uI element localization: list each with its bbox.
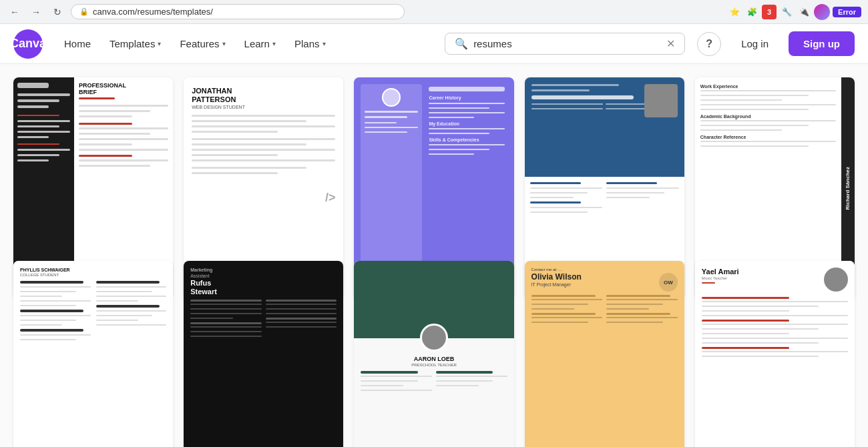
search-icon: 🔍 (455, 37, 468, 50)
canva-logo[interactable]: Canva (13, 29, 43, 59)
template-card-8[interactable]: AARON LOEB PRESCHOOL TEACHER (354, 261, 513, 447)
signup-button[interactable]: Sign up (789, 31, 855, 56)
plans-chevron: ▾ (322, 40, 326, 47)
profile-avatar[interactable] (814, 4, 830, 20)
ext-icon-2[interactable]: 🔧 (779, 5, 794, 19)
ext-star-icon[interactable]: ⭐ (727, 5, 742, 19)
url-text: canva.com/resumes/templates/ (93, 7, 213, 17)
search-bar[interactable]: 🔍 ✕ (445, 33, 685, 55)
nav-home[interactable]: Home (55, 24, 100, 64)
features-chevron: ▾ (222, 40, 226, 47)
template-card-6[interactable]: PHYLLIS SCHWAIGER COLLEGE STUDENT (13, 261, 173, 447)
help-button[interactable]: ? (697, 32, 721, 56)
nav-right: ? Log in Sign up (697, 31, 855, 56)
nav-plans[interactable]: Plans ▾ (285, 24, 335, 64)
templates-chevron: ▾ (158, 40, 161, 47)
ext-3-badge[interactable]: 3 (762, 5, 777, 19)
template-card-10[interactable]: Yael Amari Music Teacher (695, 261, 855, 447)
ext-icon-3[interactable]: 🔌 (797, 5, 811, 19)
login-button[interactable]: Log in (729, 33, 781, 55)
logo-text: Canva (10, 37, 46, 51)
nav-features[interactable]: Features ▾ (170, 24, 234, 64)
nav-templates[interactable]: Templates ▾ (100, 24, 170, 64)
navbar: Canva Home Templates ▾ Features ▾ Learn … (0, 24, 868, 64)
forward-button[interactable]: → (28, 4, 44, 20)
template-card-7[interactable]: Marketing Assistant RufusStewart (184, 261, 343, 447)
nav-learn[interactable]: Learn ▾ (235, 24, 285, 64)
browser-bar: ← → ↻ 🔒 canva.com/resumes/templates/ ⭐ 🧩… (0, 0, 868, 24)
error-badge: Error (833, 7, 861, 17)
lock-icon: 🔒 (79, 7, 89, 16)
templates-grid: PROFESSIONALBRIEF (0, 64, 868, 447)
ext-puzzle-icon[interactable]: 🧩 (744, 5, 759, 19)
refresh-button[interactable]: ↻ (49, 4, 65, 20)
template-card-9[interactable]: Contact me at: ... Olivia Wilson IT Proj… (525, 261, 684, 447)
browser-extensions: ⭐ 🧩 3 🔧 🔌 Error (727, 4, 861, 20)
learn-chevron: ▾ (272, 40, 276, 47)
search-input[interactable] (473, 38, 661, 49)
address-bar[interactable]: 🔒 canva.com/resumes/templates/ (71, 4, 405, 19)
clear-search-button[interactable]: ✕ (666, 37, 675, 50)
back-button[interactable]: ← (7, 4, 23, 20)
